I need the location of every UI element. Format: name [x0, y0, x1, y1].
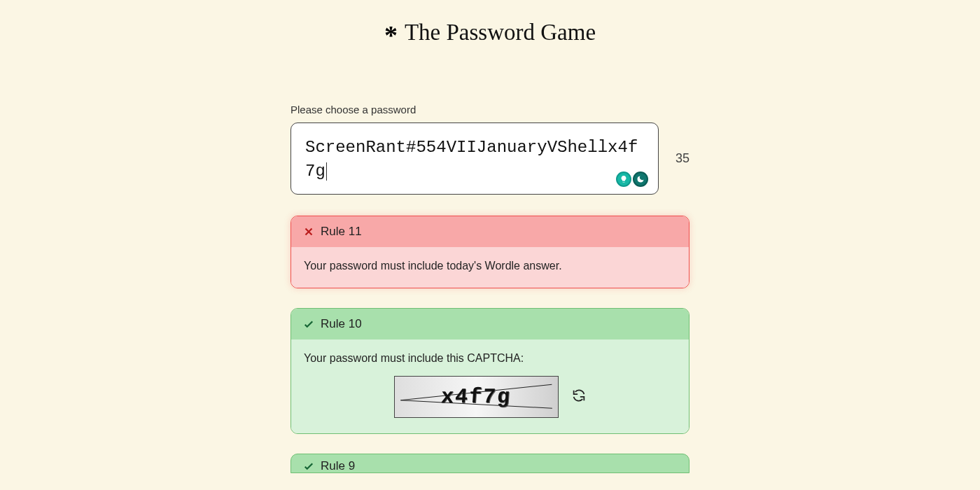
rule-text: Your password must include this CAPTCHA: [304, 352, 524, 364]
password-prompt: Please choose a password [290, 104, 690, 115]
rules-list: Rule 11 Your password must include today… [290, 216, 690, 473]
rule-card-fail: Rule 11 Your password must include today… [290, 216, 690, 288]
moon-icon[interactable] [633, 172, 648, 187]
rule-header: Rule 11 [291, 216, 689, 247]
rule-label: Rule 11 [321, 225, 362, 239]
captcha-row: x4f7g [304, 376, 676, 418]
char-count: 35 [676, 151, 690, 166]
rule-card-pass: Rule 10 Your password must include this … [290, 308, 690, 434]
captcha-text: x4f7g [440, 385, 512, 409]
input-badges [616, 172, 648, 187]
page-title: The Password Game [405, 20, 596, 46]
password-input-row: ScreenRant#554VIIJanuaryVShellx4f7g 35 [290, 122, 690, 195]
check-icon [302, 318, 315, 330]
rule-text: Your password must include today's Wordl… [304, 260, 562, 272]
page-root: * The Password Game Please choose a pass… [0, 0, 980, 473]
page-title-row: * The Password Game [384, 17, 596, 48]
main-content: Please choose a password ScreenRant#554V… [290, 104, 690, 473]
password-value: ScreenRant#554VIIJanuaryVShellx4f7g [305, 138, 638, 181]
rule-body: Your password must include this CAPTCHA:… [291, 340, 689, 433]
password-input[interactable]: ScreenRant#554VIIJanuaryVShellx4f7g [290, 122, 659, 195]
check-icon [302, 460, 315, 472]
rule-header: Rule 10 [291, 309, 689, 340]
refresh-icon[interactable] [571, 388, 587, 406]
rule-card-peek: Rule 9 [290, 454, 690, 473]
rule-body: Your password must include today's Wordl… [291, 247, 689, 288]
x-icon [302, 225, 315, 238]
asterisk-icon: * [384, 20, 398, 50]
rule-label: Rule 9 [321, 459, 355, 473]
rule-label: Rule 10 [321, 317, 362, 331]
captcha-image: x4f7g [394, 376, 559, 418]
lightbulb-icon[interactable] [616, 172, 631, 187]
